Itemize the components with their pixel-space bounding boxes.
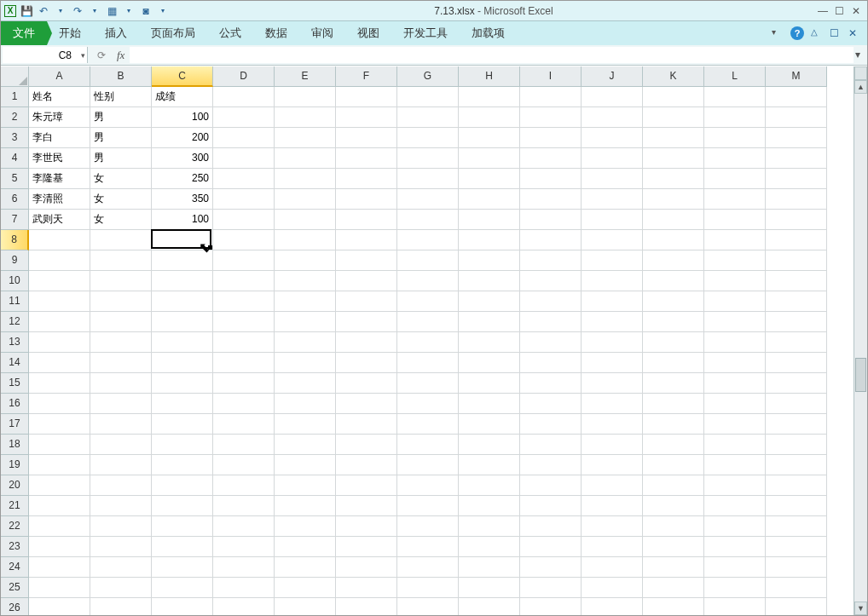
cell-I13[interactable] <box>520 332 582 353</box>
cell-I15[interactable] <box>520 373 582 394</box>
cell-D2[interactable] <box>213 107 275 128</box>
cell-F2[interactable] <box>336 107 397 128</box>
cell-G25[interactable] <box>397 578 459 598</box>
cell-I11[interactable] <box>520 291 582 312</box>
cell-G13[interactable] <box>397 332 459 353</box>
cell-L24[interactable] <box>704 557 766 578</box>
cell-A12[interactable] <box>29 312 90 332</box>
cell-M21[interactable] <box>766 496 827 516</box>
cell-H2[interactable] <box>459 107 520 128</box>
cell-M24[interactable] <box>766 557 827 578</box>
cell-A22[interactable] <box>29 516 90 537</box>
cell-E20[interactable] <box>275 475 336 496</box>
cell-C17[interactable] <box>152 414 213 435</box>
cell-C3[interactable]: 200 <box>152 128 213 148</box>
cell-C7[interactable]: 100 <box>152 210 213 230</box>
cell-I17[interactable] <box>520 414 582 435</box>
close-icon[interactable]: ✕ <box>852 5 864 17</box>
cell-J16[interactable] <box>582 394 643 414</box>
cell-E23[interactable] <box>275 537 336 557</box>
cell-K16[interactable] <box>643 394 704 414</box>
cell-B3[interactable]: 男 <box>90 128 152 148</box>
cell-E14[interactable] <box>275 353 336 373</box>
cell-A17[interactable] <box>29 414 90 435</box>
cell-F7[interactable] <box>336 210 397 230</box>
cell-D1[interactable] <box>213 87 275 107</box>
cell-F5[interactable] <box>336 169 397 189</box>
cell-F21[interactable] <box>336 496 397 516</box>
workbook-close-icon[interactable]: ✕ <box>848 27 860 39</box>
cell-J14[interactable] <box>582 353 643 373</box>
cell-I16[interactable] <box>520 394 582 414</box>
cell-I3[interactable] <box>520 128 582 148</box>
tab-developer[interactable]: 开发工具 <box>391 21 460 45</box>
cell-I19[interactable] <box>520 455 582 475</box>
cell-F24[interactable] <box>336 557 397 578</box>
cell-E4[interactable] <box>275 148 336 169</box>
cell-D13[interactable] <box>213 332 275 353</box>
cell-B12[interactable] <box>90 312 152 332</box>
cell-I26[interactable] <box>520 598 582 616</box>
row-header-11[interactable]: 11 <box>1 291 29 312</box>
cell-K25[interactable] <box>643 578 704 598</box>
column-header-M[interactable]: M <box>766 66 827 87</box>
cell-I1[interactable] <box>520 87 582 107</box>
cell-D8[interactable] <box>213 230 275 250</box>
cell-I14[interactable] <box>520 353 582 373</box>
cell-E9[interactable] <box>275 250 336 271</box>
cell-L25[interactable] <box>704 578 766 598</box>
cell-K14[interactable] <box>643 353 704 373</box>
cell-L17[interactable] <box>704 414 766 435</box>
cell-H13[interactable] <box>459 332 520 353</box>
row-header-5[interactable]: 5 <box>1 169 29 189</box>
cell-F20[interactable] <box>336 475 397 496</box>
cell-E6[interactable] <box>275 189 336 210</box>
cell-J1[interactable] <box>582 87 643 107</box>
redo-icon[interactable]: ↷ <box>71 4 84 18</box>
cell-B17[interactable] <box>90 414 152 435</box>
cell-M4[interactable] <box>766 148 827 169</box>
cell-I24[interactable] <box>520 557 582 578</box>
cell-G8[interactable] <box>397 230 459 250</box>
cell-C8[interactable] <box>152 230 213 250</box>
cell-F8[interactable] <box>336 230 397 250</box>
row-header-25[interactable]: 25 <box>1 578 29 598</box>
row-header-23[interactable]: 23 <box>1 537 29 557</box>
cell-H14[interactable] <box>459 353 520 373</box>
cell-K19[interactable] <box>643 455 704 475</box>
cell-B22[interactable] <box>90 516 152 537</box>
scroll-down-icon[interactable]: ▼ <box>854 602 867 615</box>
cell-M20[interactable] <box>766 475 827 496</box>
split-handle-top[interactable] <box>854 66 867 80</box>
cell-M16[interactable] <box>766 394 827 414</box>
cell-E11[interactable] <box>275 291 336 312</box>
save-icon[interactable]: 💾 <box>20 4 33 18</box>
row-header-8[interactable]: 8 <box>1 230 29 250</box>
cell-D10[interactable] <box>213 271 275 291</box>
cell-D3[interactable] <box>213 128 275 148</box>
cell-F15[interactable] <box>336 373 397 394</box>
row-header-4[interactable]: 4 <box>1 148 29 169</box>
cell-F22[interactable] <box>336 516 397 537</box>
cell-H18[interactable] <box>459 435 520 455</box>
cell-A8[interactable] <box>29 230 90 250</box>
help-icon[interactable]: ? <box>790 26 804 40</box>
cell-J13[interactable] <box>582 332 643 353</box>
cell-A3[interactable]: 李白 <box>29 128 90 148</box>
row-header-24[interactable]: 24 <box>1 557 29 578</box>
cell-J19[interactable] <box>582 455 643 475</box>
cell-F4[interactable] <box>336 148 397 169</box>
cell-I25[interactable] <box>520 578 582 598</box>
cell-L19[interactable] <box>704 455 766 475</box>
cell-H15[interactable] <box>459 373 520 394</box>
tab-pagelayout[interactable]: 页面布局 <box>139 21 207 45</box>
cell-F16[interactable] <box>336 394 397 414</box>
cell-C25[interactable] <box>152 578 213 598</box>
cell-A16[interactable] <box>29 394 90 414</box>
fx-label-icon[interactable]: fx <box>113 45 128 65</box>
cell-B5[interactable]: 女 <box>90 169 152 189</box>
cell-B6[interactable]: 女 <box>90 189 152 210</box>
cell-C23[interactable] <box>152 537 213 557</box>
cell-J4[interactable] <box>582 148 643 169</box>
scroll-track[interactable] <box>854 94 867 602</box>
